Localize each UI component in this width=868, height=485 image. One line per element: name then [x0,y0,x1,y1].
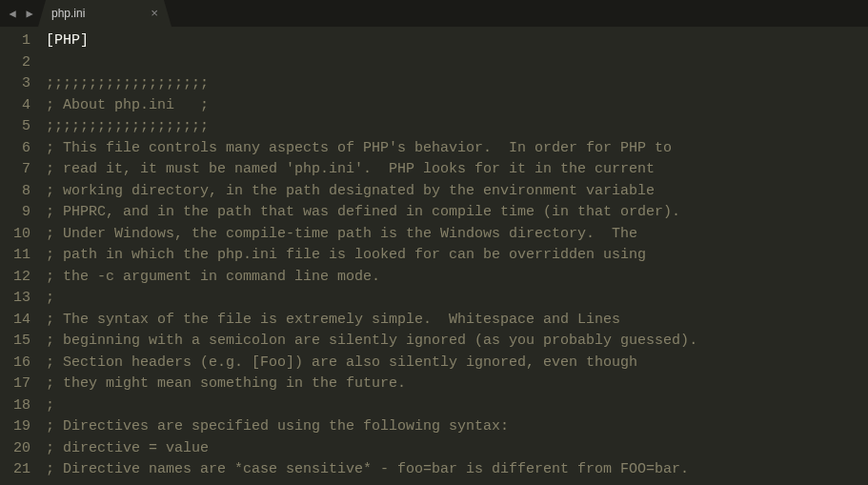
code-line[interactable]: ; directive = value [46,438,697,460]
code-line[interactable]: ;;;;;;;;;;;;;;;;;;; [46,116,697,138]
code-line[interactable]: ; About php.ini ; [46,95,697,117]
nav-arrows: ◀ ▶ [0,0,42,27]
line-number: 3 [13,73,30,95]
line-number: 11 [13,245,30,267]
code-line[interactable]: ; Section headers (e.g. [Foo]) are also … [46,353,697,374]
line-number: 19 [13,416,30,438]
line-number: 21 [13,459,30,481]
line-number: 1 [13,30,30,52]
code-line[interactable]: ; [46,395,697,417]
line-number: 5 [13,116,30,138]
line-number: 15 [13,331,30,353]
line-number: 6 [13,138,30,160]
code-line[interactable]: [PHP] [46,30,697,52]
nav-left-icon[interactable]: ◀ [6,7,19,21]
code-area[interactable]: [PHP];;;;;;;;;;;;;;;;;;;; About php.ini … [46,30,697,485]
code-line[interactable] [46,52,697,74]
code-line[interactable]: ; [46,481,697,486]
nav-right-icon[interactable]: ▶ [23,7,36,21]
line-number: 17 [13,374,30,395]
line-number: 20 [13,438,30,460]
line-number: 16 [13,353,30,374]
code-line[interactable]: ; the -c argument in command line mode. [46,267,697,289]
code-line[interactable]: ; Directive names are *case sensitive* -… [46,459,697,481]
code-line[interactable]: ; read it, it must be named 'php.ini'. P… [46,159,697,181]
line-number: 22 [13,481,30,486]
code-line[interactable]: ; path in which the php.ini file is look… [46,245,697,267]
code-line[interactable]: ;;;;;;;;;;;;;;;;;;; [46,73,697,95]
code-line[interactable]: ; Under Windows, the compile-time path i… [46,224,697,246]
code-line[interactable]: ; PHPRC, and in the path that was define… [46,202,697,224]
tab-bar: ◀ ▶ php.ini × [0,0,868,27]
line-number: 4 [13,95,30,117]
line-number: 8 [13,181,30,203]
line-number: 13 [13,288,30,310]
code-line[interactable]: ; The syntax of the file is extremely si… [46,310,697,332]
code-line[interactable]: ; This file controls many aspects of PHP… [46,138,697,160]
editor[interactable]: 12345678910111213141516171819202122 [PHP… [0,27,868,485]
code-line[interactable]: ; they might mean something in the futur… [46,374,697,395]
tab-phpini[interactable]: php.ini × [38,0,172,27]
line-number: 10 [13,224,30,246]
line-number: 14 [13,310,30,332]
close-icon[interactable]: × [147,7,162,21]
line-number: 9 [13,202,30,224]
line-number-gutter: 12345678910111213141516171819202122 [0,30,46,485]
line-number: 7 [13,159,30,181]
code-line[interactable]: ; working directory, in the path designa… [46,181,697,203]
code-line[interactable]: ; [46,288,697,310]
line-number: 2 [13,52,30,74]
tab-title: php.ini [51,7,85,20]
line-number: 18 [13,395,30,417]
code-line[interactable]: ; beginning with a semicolon are silentl… [46,331,697,353]
line-number: 12 [13,267,30,289]
code-line[interactable]: ; Directives are specified using the fol… [46,416,697,438]
